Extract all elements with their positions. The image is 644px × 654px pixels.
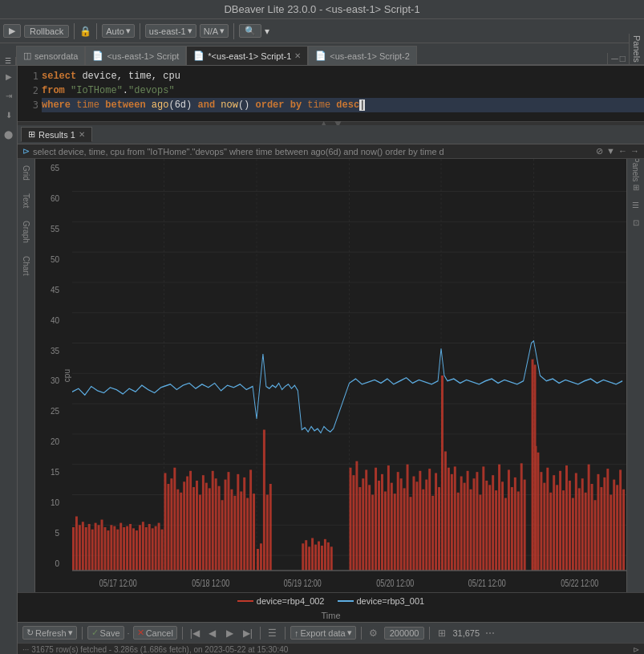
svg-rect-91	[330, 546, 333, 571]
svg-rect-116	[425, 480, 427, 571]
sep3	[140, 23, 140, 39]
region-dropdown[interactable]: us-east-1 ▾	[145, 24, 196, 38]
svg-rect-27	[98, 525, 100, 571]
chart-container: Grid Text Graph Chart 65 60 55 50 45	[18, 159, 644, 654]
svg-rect-107	[397, 472, 399, 571]
svg-rect-43	[148, 524, 151, 571]
svg-rect-137	[492, 475, 494, 571]
rows-icon[interactable]: ☰	[265, 626, 280, 640]
left-panel: ▶ ⇥ ⬇ ⬤	[0, 66, 18, 654]
svg-rect-32	[113, 526, 115, 571]
svg-rect-31	[110, 525, 112, 571]
graph-view-tab[interactable]: Graph	[22, 221, 30, 243]
svg-rect-30	[107, 530, 109, 571]
legend-item-1: device=rbp4_002	[237, 596, 325, 606]
svg-rect-145	[517, 491, 520, 571]
svg-rect-121	[441, 376, 444, 571]
cancel-button[interactable]: ✕ Cancel	[133, 626, 177, 640]
results-tab-1[interactable]: ⊞ Results 1 ✕	[21, 127, 92, 142]
more-icon[interactable]: ⋯	[483, 626, 497, 640]
svg-rect-102	[381, 474, 383, 571]
save-button[interactable]: ✓ Save	[87, 626, 124, 640]
svg-text:05/18 12:00: 05/18 12:00	[192, 578, 229, 589]
tab-script1[interactable]: 📄 <us-east-1> Script	[85, 46, 186, 65]
step-icon[interactable]: ⇥	[2, 88, 16, 103]
panels-icon[interactable]: Panels	[630, 162, 642, 177]
grid-view-tab[interactable]: Grid	[22, 165, 30, 181]
nav-next-icon[interactable]: →	[630, 146, 639, 156]
bottom-toolbar: ↻ Refresh ▾ ✓ Save · ✕ Cancel	[18, 622, 644, 643]
svg-rect-80	[266, 495, 269, 571]
tab-script2[interactable]: 📄 *<us-east-1> Script-1 ✕	[186, 46, 308, 65]
svg-rect-81	[269, 484, 272, 571]
svg-rect-160	[565, 465, 568, 571]
svg-rect-173	[606, 469, 609, 571]
svg-rect-134	[482, 466, 484, 571]
metadata-icon[interactable]: ☰	[629, 197, 643, 212]
chart-view-tab[interactable]: Chart	[22, 256, 30, 275]
svg-rect-73	[243, 477, 245, 571]
script-icon-3: 📄	[315, 51, 326, 61]
text-view-tab[interactable]: Text	[22, 193, 30, 208]
svg-rect-19	[72, 527, 75, 571]
results-tab-close[interactable]: ✕	[79, 130, 85, 139]
tab-script3[interactable]: 📄 <us-east-1> Script-2	[308, 46, 417, 65]
svg-rect-34	[119, 523, 122, 571]
svg-rect-51	[173, 468, 176, 571]
breakpoint-icon[interactable]: ⬤	[2, 127, 16, 141]
debug-icon[interactable]: ⬇	[2, 108, 16, 122]
nav-last-icon[interactable]: ▶|	[241, 626, 255, 640]
filter-icon[interactable]: ▼	[606, 146, 615, 156]
na-dropdown[interactable]: N/A ▾	[200, 24, 229, 38]
tab-sensordata[interactable]: ◫ sensordata	[16, 46, 85, 65]
references-icon[interactable]: ⊡	[629, 215, 643, 230]
refresh-dropdown-icon[interactable]: ▾	[68, 628, 73, 638]
code-content[interactable]: select device, time, cpu from "IoTHome".…	[42, 69, 644, 118]
properties-icon[interactable]: ⊞	[629, 180, 643, 194]
svg-rect-170	[597, 474, 599, 571]
svg-rect-64	[215, 478, 217, 571]
auto-dropdown[interactable]: Auto ▾	[102, 24, 135, 38]
svg-rect-28	[101, 520, 103, 571]
nav-first-icon[interactable]: |◀	[188, 626, 202, 640]
svg-rect-150	[534, 365, 537, 571]
execute-button[interactable]: ▶	[3, 24, 21, 38]
limit-input[interactable]: 200000	[384, 627, 425, 640]
sql-editor-label[interactable]: Panels	[629, 34, 644, 65]
refresh-button[interactable]: ↻ Refresh ▾	[22, 626, 77, 640]
svg-rect-163	[575, 473, 577, 571]
svg-rect-118	[431, 496, 434, 571]
legend-label-2: device=rbp3_001	[357, 596, 425, 606]
svg-rect-52	[176, 489, 179, 571]
svg-rect-174	[610, 495, 612, 571]
svg-rect-61	[205, 483, 208, 571]
nav-prev-icon[interactable]: ◀	[205, 626, 220, 640]
run-icon[interactable]: ▶	[2, 69, 16, 83]
svg-rect-140	[501, 481, 504, 571]
nav-prev-icon[interactable]: ←	[618, 146, 627, 156]
code-editor[interactable]: 1 2 3 select device, time, cpu from "IoT…	[18, 66, 644, 122]
sep1	[74, 23, 75, 39]
svg-rect-90	[327, 542, 330, 571]
search-button[interactable]: 🔍	[239, 24, 261, 38]
settings-icon[interactable]: ⚙	[367, 626, 381, 640]
info-action-icon[interactable]: ⊳	[633, 645, 639, 654]
nav-next-icon[interactable]: ▶	[223, 626, 237, 640]
filter-clear-icon[interactable]: ⊘	[596, 146, 603, 156]
tab-close-2[interactable]: ✕	[294, 51, 301, 60]
minimize-icon[interactable]: ─	[611, 53, 618, 64]
svg-rect-78	[260, 543, 262, 571]
maximize-icon[interactable]: □	[620, 53, 626, 64]
svg-rect-65	[218, 486, 221, 571]
lock-icon: 🔒	[79, 26, 91, 37]
svg-rect-67	[225, 480, 227, 571]
rollback-button[interactable]: Rollback	[24, 25, 69, 38]
svg-rect-171	[600, 487, 602, 571]
sidebar-toggle[interactable]: ☰	[0, 57, 16, 65]
x-axis-label: Time	[18, 609, 644, 622]
svg-rect-169	[594, 500, 597, 571]
export-button[interactable]: ↑ Export data ▾	[290, 626, 356, 640]
svg-rect-113	[415, 481, 418, 571]
sep4	[233, 23, 234, 39]
cancel-icon: ✕	[137, 628, 144, 638]
